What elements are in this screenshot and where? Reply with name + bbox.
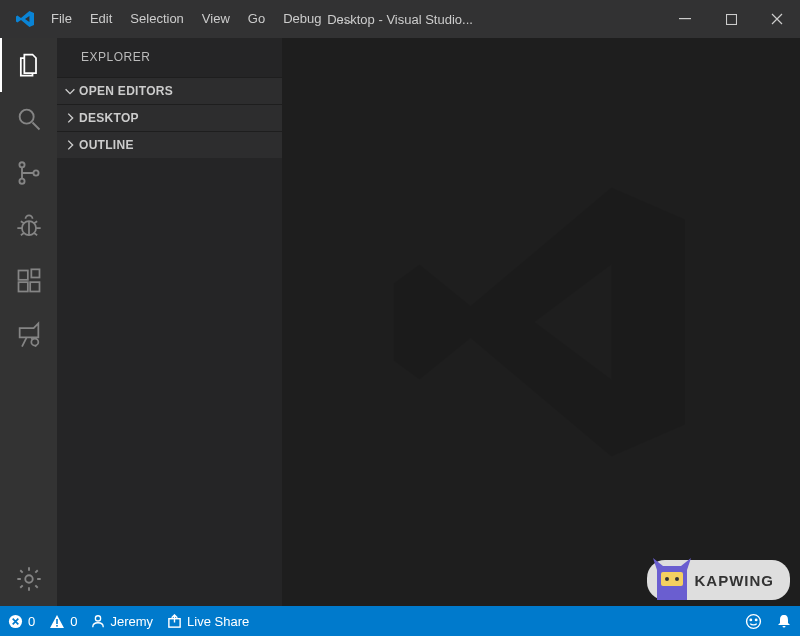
menu-selection[interactable]: Selection	[121, 0, 192, 38]
bell-icon[interactable]	[776, 613, 792, 629]
error-icon	[8, 614, 23, 629]
status-bar: 0 0 Jeremy Live Share	[0, 606, 800, 636]
section-desktop[interactable]: DESKTOP	[57, 104, 282, 131]
section-label: OUTLINE	[79, 138, 134, 152]
user-name: Jeremy	[110, 614, 153, 629]
title-bar: File Edit Selection View Go Debug … Desk…	[0, 0, 800, 38]
svg-rect-21	[661, 572, 683, 586]
person-icon	[91, 614, 105, 628]
svg-point-20	[755, 619, 756, 620]
section-outline[interactable]: OUTLINE	[57, 131, 282, 158]
gear-icon	[15, 565, 43, 593]
svg-point-12	[25, 575, 32, 582]
activity-settings[interactable]	[0, 552, 57, 606]
menu-edit[interactable]: Edit	[81, 0, 121, 38]
status-user[interactable]: Jeremy	[91, 614, 153, 629]
vscode-watermark-icon	[381, 162, 701, 482]
svg-rect-1	[726, 14, 736, 24]
menu-go[interactable]: Go	[239, 0, 274, 38]
svg-point-19	[750, 619, 751, 620]
kapwing-label: KAPWING	[695, 572, 775, 589]
live-share-label: Live Share	[187, 614, 249, 629]
minimize-button[interactable]	[662, 0, 708, 38]
search-icon	[15, 105, 43, 133]
editor-area[interactable]	[282, 38, 800, 606]
kapwing-watermark: KAPWING	[647, 560, 791, 600]
menu-view[interactable]: View	[193, 0, 239, 38]
share-icon	[167, 614, 182, 629]
close-button[interactable]	[754, 0, 800, 38]
chevron-down-icon	[61, 84, 79, 98]
source-control-icon	[15, 159, 43, 187]
svg-rect-14	[56, 619, 58, 624]
warning-count: 0	[70, 614, 77, 629]
svg-rect-9	[30, 282, 39, 291]
window-title: Desktop - Visual Studio...	[327, 12, 473, 27]
files-icon	[15, 51, 43, 79]
explorer-sidebar: EXPLORER OPEN EDITORS DESKTOP OUTLINE	[57, 38, 282, 606]
chevron-right-icon	[61, 138, 79, 152]
svg-point-5	[33, 170, 38, 175]
activity-source-control[interactable]	[0, 146, 57, 200]
svg-point-11	[31, 339, 38, 346]
maximize-button[interactable]	[708, 0, 754, 38]
kapwing-cat-icon	[651, 556, 693, 600]
svg-point-22	[665, 577, 669, 581]
svg-point-4	[19, 179, 24, 184]
vscode-app-icon	[8, 9, 42, 29]
svg-rect-8	[18, 282, 27, 291]
activity-extensions[interactable]	[0, 254, 57, 308]
svg-rect-7	[18, 271, 27, 280]
error-count: 0	[28, 614, 35, 629]
extensions-icon	[15, 267, 43, 295]
svg-point-3	[19, 162, 24, 167]
menu-file[interactable]: File	[42, 0, 81, 38]
sidebar-title: EXPLORER	[57, 38, 282, 77]
activity-live-share[interactable]	[0, 308, 57, 362]
bug-icon	[15, 213, 43, 241]
section-label: DESKTOP	[79, 111, 139, 125]
activity-search[interactable]	[0, 92, 57, 146]
main-area: EXPLORER OPEN EDITORS DESKTOP OUTLINE	[0, 38, 800, 606]
menu-bar: File Edit Selection View Go Debug …	[42, 0, 361, 38]
section-open-editors[interactable]: OPEN EDITORS	[57, 77, 282, 104]
warning-icon	[49, 614, 65, 629]
activity-debug[interactable]	[0, 200, 57, 254]
svg-point-18	[747, 614, 761, 628]
status-warnings[interactable]: 0	[49, 614, 77, 629]
menu-debug[interactable]: Debug	[274, 0, 330, 38]
section-label: OPEN EDITORS	[79, 84, 173, 98]
svg-point-2	[19, 110, 33, 124]
window-controls	[662, 0, 800, 38]
activity-explorer[interactable]	[0, 38, 57, 92]
activity-bar	[0, 38, 57, 606]
svg-rect-10	[31, 269, 39, 277]
status-live-share[interactable]: Live Share	[167, 614, 249, 629]
svg-rect-0	[679, 18, 691, 19]
live-share-icon	[15, 321, 43, 349]
status-errors[interactable]: 0	[8, 614, 35, 629]
svg-rect-15	[56, 625, 58, 627]
feedback-smile-icon[interactable]	[745, 613, 762, 630]
svg-point-16	[96, 616, 101, 621]
svg-point-23	[675, 577, 679, 581]
chevron-right-icon	[61, 111, 79, 125]
